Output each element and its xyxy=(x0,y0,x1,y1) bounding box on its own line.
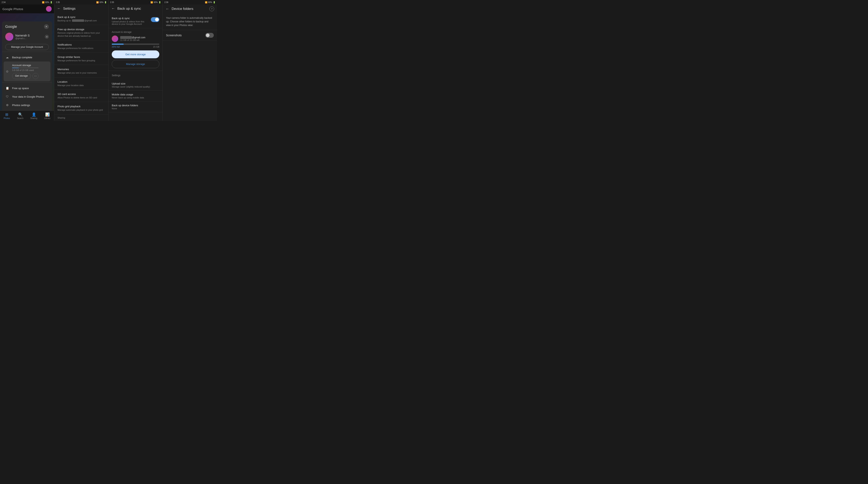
nav-sharing[interactable]: 👤 Sharing xyxy=(27,111,40,121)
settings-item-backup-title: Back up & sync xyxy=(58,16,105,19)
account-storage-label: Account storage xyxy=(12,64,38,67)
storage-buttons: Get storage ⋯ xyxy=(12,73,38,79)
drawer-item-backup[interactable]: ☁ Backup complete xyxy=(2,53,52,61)
settings-item-faces-title: Group similar faces xyxy=(58,56,105,59)
device-folders-header: ← Device folders ? xyxy=(163,4,217,13)
sharing-nav-label: Sharing xyxy=(30,117,37,119)
account-details: ●●●●●●●●@gmail.com 11 GB of 15 GB left xyxy=(120,36,146,41)
settings-item-notif-title: Notifications xyxy=(58,43,105,46)
nav-search[interactable]: 🔍 Search xyxy=(13,111,27,121)
screenshots-toggle[interactable] xyxy=(205,33,214,38)
settings-item-grid-sub: Manage automatic playback in your photo … xyxy=(58,109,105,111)
get-more-storage-button[interactable]: Get more storage xyxy=(112,51,159,58)
device-folders-info: Your camera folder is automatically back… xyxy=(163,13,217,30)
settings-item-free-storage[interactable]: Free up device storage Remove original p… xyxy=(54,25,108,40)
panel-backup-sync: 2:35 📶 60% 🔋 ← Back up & sync Back up & … xyxy=(108,0,163,121)
settings-item-backup-sub: Backing up to ●●●●●●●●●@gmail.com xyxy=(58,19,105,22)
nav-library[interactable]: 📊 Library xyxy=(40,111,54,121)
settings-title: Settings xyxy=(63,7,75,11)
settings-item-notifications[interactable]: Notifications Manage preferences for not… xyxy=(54,40,108,53)
settings-item-memories-title: Memories xyxy=(58,68,105,71)
storage-bar-bg xyxy=(12,67,38,68)
drawer-account-info: Namerah S @gmail.c... xyxy=(15,34,30,39)
photos-app-title: Google Photos xyxy=(2,7,23,11)
settings-list: Back up & sync Backing up to ●●●●●●●●●@g… xyxy=(54,13,108,121)
storage-info: Account storage 3.8 GB of 15 GB used Get… xyxy=(12,64,38,79)
settings-item-sd-sub: Allow Photos to delete items on SD card xyxy=(58,96,105,99)
drawer-user-name: Namerah S xyxy=(15,34,30,37)
back-button-settings[interactable]: ← xyxy=(57,6,61,11)
status-time-4: 2:36 xyxy=(164,1,168,3)
manage-account-button[interactable]: Manage your Google Account xyxy=(5,44,49,50)
nav-photos[interactable]: ⊞ Photos xyxy=(0,111,13,121)
photos-header: Google Photos xyxy=(0,4,54,13)
backup-toggle-switch[interactable] xyxy=(151,17,159,22)
storage-used-text: 3.8 GB of 15 GB used xyxy=(12,69,38,71)
status-icons-3: 📶 60% 🔋 xyxy=(150,1,161,3)
back-button-backup[interactable]: ← xyxy=(111,6,115,11)
toggle-knob xyxy=(155,18,159,21)
settings-item-grid-playback[interactable]: Photo grid playback Manage automatic pla… xyxy=(54,102,108,114)
backup-section: Back up & sync Upload photos & videos fr… xyxy=(108,13,162,121)
upload-size-sub: Storage saver (slightly reduced quality) xyxy=(112,86,159,88)
drawer-item-settings[interactable]: ⚙ Photos settings xyxy=(2,101,52,109)
backup-folders-sub: None xyxy=(112,107,159,110)
drawer: Google ✕ Namerah S @gmail.c... ▾ Manage … xyxy=(2,21,52,111)
mobile-data-row[interactable]: Mobile data usage Never back up using mo… xyxy=(108,91,162,101)
drawer-item-your-data[interactable]: 🛡 Your data in Google Photos xyxy=(2,92,52,101)
library-nav-icon: 📊 xyxy=(45,112,50,117)
storage-percent: 25% full xyxy=(112,46,120,48)
settings-item-notif-sub: Manage preferences for notifications xyxy=(58,47,105,50)
settings-item-location[interactable]: Location Manage your location data xyxy=(54,78,108,90)
settings-item-sd-card[interactable]: SD card access Allow Photos to delete it… xyxy=(54,90,108,102)
chevron-down-icon[interactable]: ▾ xyxy=(45,35,49,39)
get-storage-button[interactable]: Get storage xyxy=(12,73,31,79)
settings-item-grid-title: Photo grid playback xyxy=(58,105,105,108)
drawer-header: Google ✕ xyxy=(2,21,52,31)
device-folders-content: Your camera folder is automatically back… xyxy=(163,13,217,121)
photos-nav-icon: ⊞ xyxy=(5,112,8,117)
settings-item-partner[interactable]: Partner sharing Automatically share phot… xyxy=(54,120,108,121)
drawer-item-free-space[interactable]: 📋 Free up space xyxy=(2,84,52,92)
account-storage-section: Account & storage ●●●●●●●●@gmail.com 11 … xyxy=(108,28,162,71)
backup-folders-title: Back up device folders xyxy=(112,104,159,107)
drawer-item-storage[interactable]: ⊙ Account storage 3.8 GB of 15 GB used G… xyxy=(4,61,51,81)
backup-toggle-title: Back up & sync xyxy=(112,17,151,20)
backup-folders-row[interactable]: Back up device folders None xyxy=(108,101,162,112)
drawer-account-row: Namerah S @gmail.c... ▾ xyxy=(2,31,52,42)
settings-item-sd-title: SD card access xyxy=(58,93,105,96)
search-nav-label: Search xyxy=(17,117,24,119)
manage-storage-button[interactable]: Manage storage xyxy=(112,60,159,68)
drawer-google-title: Google xyxy=(5,25,17,29)
account-storage-text: 11 GB of 15 GB left xyxy=(120,39,146,41)
photos-settings-label: Photos settings xyxy=(12,104,30,107)
folder-item-screenshots[interactable]: Screenshots xyxy=(163,30,217,41)
status-bar-1: 2:34 📶 60% 🔋 xyxy=(0,0,54,4)
mobile-data-title: Mobile data usage xyxy=(112,93,159,96)
backup-toggle-text: Back up & sync Upload photos & videos fr… xyxy=(112,17,151,25)
account-row: ●●●●●●●●@gmail.com 11 GB of 15 GB left xyxy=(112,35,159,42)
library-nav-label: Library xyxy=(44,117,51,119)
help-circle-icon[interactable]: ? xyxy=(209,6,214,11)
settings-item-memories-sub: Manage what you see in your memories xyxy=(58,71,105,74)
storage-bar-large-fill xyxy=(112,43,124,45)
settings-item-memories[interactable]: Memories Manage what you see in your mem… xyxy=(54,65,108,77)
status-icons-4: 📶 60% 🔋 xyxy=(205,1,215,3)
settings-item-backup-sync[interactable]: Back up & sync Backing up to ●●●●●●●●●@g… xyxy=(54,13,108,25)
avatar[interactable] xyxy=(46,6,52,12)
backup-sync-header: ← Back up & sync xyxy=(108,4,162,13)
settings-item-location-sub: Manage your location data xyxy=(58,84,105,87)
back-button-device-folders[interactable]: ← xyxy=(165,7,169,11)
your-data-label: Your data in Google Photos xyxy=(12,95,44,98)
more-options-button[interactable]: ⋯ xyxy=(32,73,38,79)
status-bar-4: 2:36 📶 60% 🔋 xyxy=(163,0,217,4)
status-time-3: 2:35 xyxy=(110,1,114,3)
close-button[interactable]: ✕ xyxy=(44,24,49,29)
drawer-avatar xyxy=(5,33,13,41)
account-storage-label: Account & storage xyxy=(112,31,159,33)
upload-size-row[interactable]: Upload size Storage saver (slightly redu… xyxy=(108,80,162,91)
settings-item-faces[interactable]: Group similar faces Manage preferences f… xyxy=(54,53,108,65)
settings-header: ← Settings xyxy=(54,4,108,13)
settings-section-label: Settings xyxy=(108,72,162,78)
storage-total: 15 GB xyxy=(153,46,159,48)
